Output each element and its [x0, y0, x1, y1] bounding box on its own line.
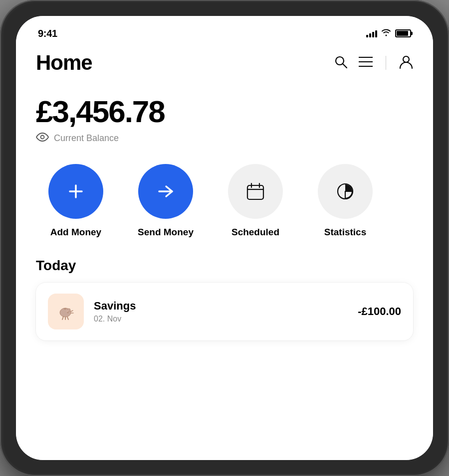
phone-frame: 9:41: [0, 0, 449, 476]
transaction-details: Savings 02. Nov: [94, 300, 348, 323]
svg-point-21: [67, 312, 69, 314]
transaction-amount: -£100.00: [358, 305, 401, 318]
today-title: Today: [36, 258, 413, 274]
signal-icon: [366, 29, 377, 37]
page-title: Home: [36, 51, 92, 75]
battery-icon: [395, 29, 411, 37]
balance-amount: £3,456.78: [36, 95, 413, 129]
today-section: Today: [16, 253, 433, 350]
svg-point-5: [403, 56, 409, 62]
transaction-icon: [48, 294, 84, 329]
svg-rect-10: [247, 185, 263, 199]
statistics-button[interactable]: Statistics: [305, 164, 385, 238]
scheduled-label: Scheduled: [231, 227, 279, 238]
scheduled-circle: [228, 164, 283, 219]
svg-rect-22: [64, 308, 66, 310]
status-bar: 9:41: [16, 16, 433, 46]
statistics-circle: [318, 164, 373, 219]
send-money-label: Send Money: [138, 227, 194, 238]
add-money-label: Add Money: [50, 227, 101, 238]
transaction-name: Savings: [94, 300, 348, 313]
transaction-date: 02. Nov: [94, 315, 348, 323]
svg-line-20: [67, 317, 68, 319]
wifi-icon: [381, 28, 391, 38]
phone-screen: 9:41: [16, 16, 433, 460]
send-money-button[interactable]: Send Money: [126, 164, 206, 238]
search-icon[interactable]: [334, 55, 348, 71]
balance-label: Current Balance: [54, 133, 119, 144]
status-time: 9:41: [38, 28, 57, 39]
balance-section: £3,456.78 Current Balance: [16, 85, 433, 159]
profile-icon[interactable]: [399, 54, 413, 71]
header-divider: [386, 56, 386, 70]
add-money-circle: [48, 164, 103, 219]
statistics-label: Statistics: [324, 227, 366, 238]
eye-icon[interactable]: [36, 133, 49, 144]
status-icons: [366, 28, 411, 38]
actions-section: Add Money Send Money: [16, 159, 433, 253]
add-money-button[interactable]: Add Money: [36, 164, 116, 238]
transaction-card[interactable]: Savings 02. Nov -£100.00: [36, 283, 413, 340]
balance-label-row: Current Balance: [36, 133, 413, 144]
header-icons: [334, 54, 413, 71]
svg-point-17: [66, 310, 68, 312]
svg-point-6: [41, 136, 44, 139]
header: Home: [16, 46, 433, 85]
screen-content: 9:41: [16, 16, 433, 460]
svg-line-18: [62, 317, 63, 319]
send-money-circle: [138, 164, 193, 219]
svg-line-1: [343, 64, 347, 68]
menu-icon[interactable]: [359, 56, 373, 69]
scheduled-button[interactable]: Scheduled: [216, 164, 295, 238]
